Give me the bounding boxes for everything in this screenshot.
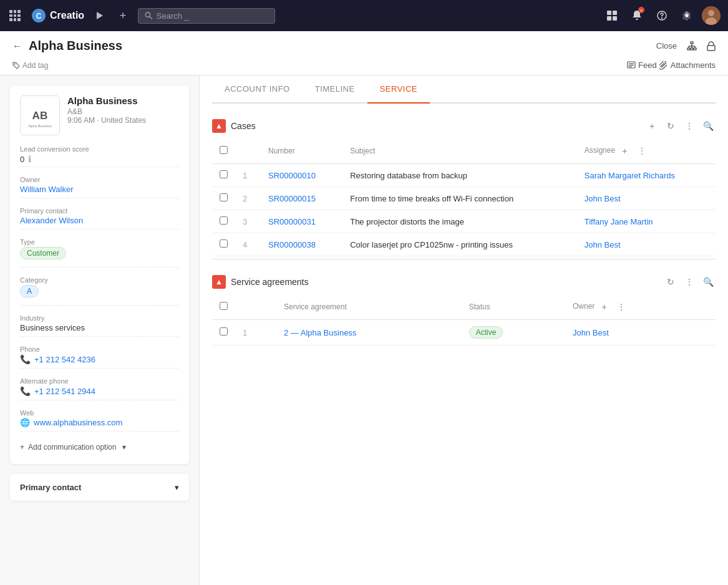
cases-collapse-button[interactable]: ▲: [212, 119, 226, 133]
svg-text:C: C: [36, 12, 42, 21]
info-icon[interactable]: ℹ: [28, 154, 31, 164]
primary-contact-header[interactable]: Primary contact ▾: [20, 483, 179, 492]
cases-section: ▲ Cases + ↻ ⋮ 🔍 Number Subject Assignee …: [212, 114, 716, 256]
sa-col-name: Service agreement: [276, 294, 462, 320]
case-assignee[interactable]: Sarah Margaret Richards: [585, 171, 675, 180]
apps-button[interactable]: [602, 6, 622, 26]
case-num: 2: [235, 187, 261, 210]
case-assignee[interactable]: Tiffany Jane Martin: [585, 217, 653, 226]
cases-section-header: ▲ Cases + ↻ ⋮ 🔍: [212, 114, 716, 138]
case-checkbox[interactable]: [220, 170, 228, 178]
add-communication-button[interactable]: + Add communication option ▾: [20, 440, 126, 454]
primary-contact-card: Primary contact ▾: [10, 474, 189, 501]
lock-button[interactable]: [707, 41, 716, 51]
account-abbr: A&B: [67, 107, 146, 116]
case-num: 4: [235, 233, 261, 256]
cases-assignee-more[interactable]: ⋮: [634, 143, 649, 158]
sa-num: 1: [235, 320, 276, 346]
lead-score-label: Lead conversion score: [20, 145, 179, 153]
tab-timeline[interactable]: TIMELINE: [303, 75, 367, 104]
sa-select-all[interactable]: [220, 302, 228, 310]
sa-owner[interactable]: John Best: [573, 328, 609, 337]
case-assignee[interactable]: John Best: [585, 240, 621, 249]
type-value: Customer: [20, 247, 179, 263]
category-badge: A: [20, 285, 39, 297]
hierarchy-icon: [687, 41, 697, 51]
category-value: A: [20, 285, 179, 301]
header-feed-actions: Feed Attachments: [627, 60, 716, 70]
tab-service[interactable]: SERVICE: [367, 75, 430, 104]
search-icon: [145, 11, 153, 20]
svg-point-26: [14, 64, 15, 64]
primary-contact-title: Primary contact: [20, 483, 81, 492]
topnav: C Creatio + •: [0, 0, 728, 31]
svg-rect-7: [607, 16, 611, 21]
account-time-location: 9:06 AM · United States: [67, 116, 146, 125]
case-id[interactable]: SR00000015: [268, 194, 316, 203]
owner-value[interactable]: William Walker: [20, 185, 179, 198]
add-tag-button[interactable]: Add tag: [12, 61, 48, 70]
cases-add-button[interactable]: +: [644, 118, 659, 133]
tab-account-info[interactable]: ACCOUNT INFO: [212, 75, 303, 104]
owner-field: Owner William Walker: [20, 176, 179, 198]
attachments-button[interactable]: Attachments: [659, 60, 716, 70]
svg-text:Alpha Business: Alpha Business: [28, 124, 52, 128]
lead-score-field: Lead conversion score 0 ℹ: [20, 145, 179, 167]
primary-contact-label: Primary contact: [20, 207, 179, 215]
case-checkbox[interactable]: [220, 239, 228, 248]
settings-button[interactable]: [677, 6, 697, 26]
attachments-icon: [659, 61, 668, 70]
alt-phone-value[interactable]: +1 212 541 2944: [34, 387, 95, 396]
case-checkbox[interactable]: [220, 193, 228, 201]
phone-value[interactable]: +1 212 542 4236: [34, 355, 95, 364]
feed-button[interactable]: Feed: [627, 60, 657, 70]
account-card: AB Alpha Business Alpha Business A&B 9:0…: [10, 85, 189, 464]
account-logo-svg: AB Alpha Business: [24, 100, 56, 131]
cases-section-title: Cases: [231, 121, 639, 131]
help-button[interactable]: [652, 6, 672, 26]
table-row: 1 2 — Alpha Business Active John Best: [212, 320, 716, 346]
notifications-button[interactable]: •: [627, 6, 647, 26]
sa-owner-more[interactable]: ⋮: [614, 299, 629, 314]
sa-name[interactable]: 2 — Alpha Business: [284, 328, 356, 337]
cases-select-all[interactable]: [220, 146, 228, 154]
alt-phone-icon: 📞: [20, 386, 31, 396]
case-id[interactable]: SR00000038: [268, 240, 316, 249]
grid-menu-button[interactable]: [7, 7, 25, 24]
type-label: Type: [20, 238, 179, 246]
cases-more-button[interactable]: ⋮: [682, 118, 697, 133]
sa-search-button[interactable]: 🔍: [701, 274, 716, 289]
web-field: Web 🌐 www.alphabusiness.com: [20, 409, 179, 432]
topnav-right: •: [602, 6, 721, 26]
sa-section-header: ▲ Service agreements ↻ ⋮ 🔍: [212, 269, 716, 294]
table-row: 1 SR00000010 Restoring database from bac…: [212, 164, 716, 187]
hierarchy-button[interactable]: [687, 41, 697, 51]
cases-assignee-add[interactable]: +: [617, 143, 632, 158]
web-value[interactable]: www.alphabusiness.com: [34, 418, 122, 427]
case-checkbox[interactable]: [220, 216, 228, 225]
primary-contact-value[interactable]: Alexander Wilson: [20, 216, 179, 230]
case-subject: Restoring database from backup: [342, 164, 577, 187]
add-button[interactable]: +: [114, 7, 132, 24]
search-input[interactable]: [157, 11, 268, 21]
sa-owner-add[interactable]: +: [597, 299, 612, 314]
back-button[interactable]: ←: [12, 41, 22, 52]
case-id[interactable]: SR00000031: [268, 217, 316, 226]
case-assignee[interactable]: John Best: [585, 194, 621, 203]
case-subject: Color laserjet pro CP1025nw - printing i…: [342, 233, 577, 256]
svg-rect-16: [691, 42, 693, 44]
cases-refresh-button[interactable]: ↻: [663, 118, 678, 133]
sa-refresh-button[interactable]: ↻: [663, 274, 678, 289]
cases-search-button[interactable]: 🔍: [701, 118, 716, 133]
play-button[interactable]: [90, 7, 108, 24]
sa-more-button[interactable]: ⋮: [682, 274, 697, 289]
svg-rect-25: [707, 46, 715, 51]
sa-collapse-button[interactable]: ▲: [212, 275, 226, 289]
sa-checkbox[interactable]: [220, 327, 228, 336]
user-avatar[interactable]: [702, 6, 721, 25]
case-id[interactable]: SR00000010: [268, 171, 316, 180]
svg-rect-8: [613, 16, 617, 21]
close-button[interactable]: Close: [656, 41, 677, 51]
sa-col-num: [235, 294, 276, 320]
svg-rect-18: [694, 48, 696, 50]
